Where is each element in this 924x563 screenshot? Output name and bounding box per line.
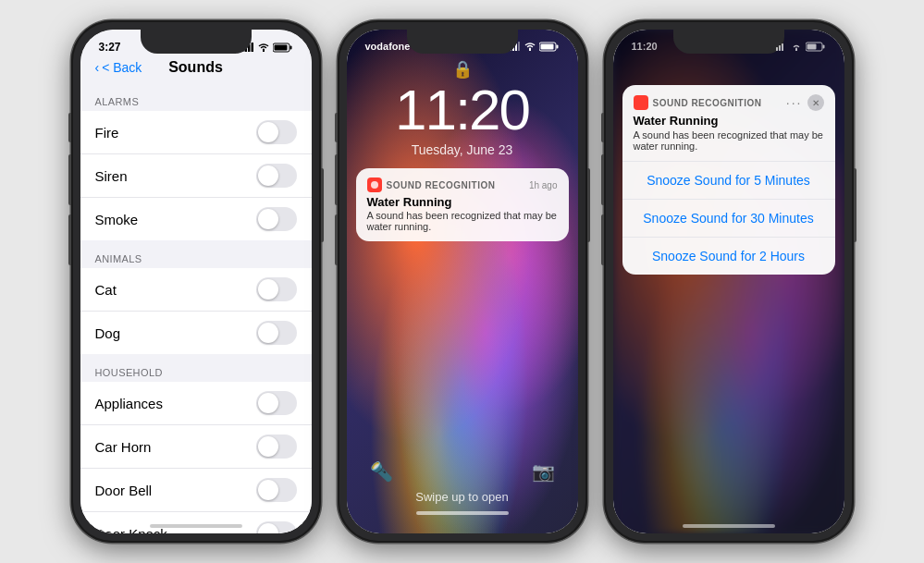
home-indicator-3 bbox=[683, 524, 775, 528]
notch-1 bbox=[141, 30, 252, 54]
notif-title-3: Water Running bbox=[634, 114, 824, 128]
swipe-text-2: Swipe up to open bbox=[347, 490, 578, 504]
toggle-doorknock[interactable] bbox=[256, 521, 297, 533]
lock-date-2: Tuesday, June 23 bbox=[347, 142, 578, 157]
notification-card-3: SOUND RECOGNITION ··· ✕ Water Running A … bbox=[622, 85, 835, 275]
battery-icon-1 bbox=[273, 43, 293, 53]
page-title-1: Sounds bbox=[168, 59, 223, 76]
lock-bottom-2: 🔦 📷 Swipe up to open bbox=[347, 460, 578, 515]
time-1: 3:27 bbox=[99, 41, 121, 54]
action-snooze-5min[interactable]: Snooze Sound for 5 Minutes bbox=[622, 161, 835, 199]
notif-title-2: Water Running bbox=[367, 195, 558, 209]
notif-time-2: 1h ago bbox=[529, 180, 558, 190]
toggle-dog[interactable] bbox=[256, 321, 297, 345]
camera-icon: 📷 bbox=[532, 460, 555, 483]
notif-app-name-2: SOUND RECOGNITION bbox=[387, 180, 524, 190]
notif-body-3: A sound has been recognized that may be … bbox=[634, 129, 824, 152]
battery-icon-3 bbox=[806, 42, 826, 52]
lock-time-2: 11:20 bbox=[347, 81, 578, 139]
animals-list: Cat Dog bbox=[80, 268, 312, 354]
phone-2: vodafone I bbox=[338, 20, 587, 543]
notif-header-3: SOUND RECOGNITION ··· ✕ bbox=[634, 94, 824, 111]
svg-rect-17 bbox=[782, 43, 783, 51]
list-item: Smoke bbox=[80, 198, 312, 240]
phones-container: 3:27 bbox=[53, 2, 872, 561]
svg-rect-5 bbox=[290, 45, 291, 49]
svg-rect-12 bbox=[556, 44, 558, 48]
section-header-household: HOUSEHOLD bbox=[80, 354, 312, 382]
toggle-smoke[interactable] bbox=[256, 207, 297, 231]
alarms-list: Fire Siren Smoke bbox=[80, 111, 312, 240]
svg-rect-10 bbox=[518, 42, 520, 51]
svg-rect-6 bbox=[274, 44, 287, 50]
close-button-3[interactable]: ✕ bbox=[807, 94, 824, 111]
wifi-icon-1 bbox=[258, 43, 269, 52]
phone1-screen: 3:27 bbox=[80, 30, 312, 533]
svg-rect-13 bbox=[540, 43, 553, 49]
svg-rect-20 bbox=[807, 43, 816, 49]
svg-rect-16 bbox=[779, 45, 781, 51]
list-item: Fire bbox=[80, 111, 312, 154]
list-item: Siren bbox=[80, 154, 312, 198]
notif-body-2: A sound has been recognized that may be … bbox=[367, 210, 558, 232]
toggle-cat[interactable] bbox=[256, 277, 297, 301]
home-indicator-1 bbox=[150, 524, 242, 528]
list-item: Appliances bbox=[80, 382, 312, 425]
battery-icon-2 bbox=[539, 42, 560, 52]
list-item: Door Knock bbox=[80, 512, 312, 533]
phone3-screen: 11:20 bbox=[613, 30, 844, 533]
back-button-1[interactable]: ‹ < Back bbox=[95, 60, 142, 75]
bottom-icons-row: 🔦 📷 bbox=[347, 460, 578, 483]
notif-app-icon-3 bbox=[634, 95, 648, 110]
status-icons-2 bbox=[510, 41, 560, 52]
toggle-fire[interactable] bbox=[256, 120, 297, 144]
status-bar-3: 11:20 bbox=[613, 30, 844, 55]
phone-3: 11:20 bbox=[604, 20, 854, 543]
list-item: Door Bell bbox=[80, 469, 312, 512]
action-snooze-30min[interactable]: Snooze Sound for 30 Minutes bbox=[622, 199, 835, 237]
list-item: Dog bbox=[80, 312, 312, 354]
notch-2 bbox=[407, 30, 518, 54]
section-header-animals: ANIMALS bbox=[80, 240, 312, 268]
ear-icon bbox=[370, 180, 379, 190]
flashlight-icon: 🔦 bbox=[370, 460, 393, 483]
notif-main-3: SOUND RECOGNITION ··· ✕ Water Running A … bbox=[622, 85, 835, 161]
action-snooze-2hours[interactable]: Snooze Sound for 2 Hours bbox=[622, 237, 835, 275]
status-icons-3 bbox=[776, 41, 826, 52]
toggle-carhorn[interactable] bbox=[256, 434, 297, 459]
notif-dots-3: ··· bbox=[786, 95, 803, 110]
list-item: Car Horn bbox=[80, 425, 312, 469]
settings-content: ALARMS Fire Siren Smoke bbox=[80, 83, 312, 533]
toggle-doorbell[interactable] bbox=[256, 478, 297, 502]
svg-rect-15 bbox=[776, 47, 778, 51]
svg-rect-3 bbox=[251, 43, 253, 52]
toggle-siren[interactable] bbox=[256, 164, 297, 188]
wifi-icon-3 bbox=[791, 42, 802, 51]
back-label: < Back bbox=[102, 60, 142, 75]
list-item: Cat bbox=[80, 268, 312, 312]
wifi-icon-2 bbox=[524, 42, 536, 51]
time-3: 11:20 bbox=[632, 41, 658, 52]
toggle-appliances[interactable] bbox=[256, 391, 297, 415]
home-indicator-2 bbox=[416, 511, 509, 515]
phone-1: 3:27 bbox=[71, 20, 321, 543]
section-header-alarms: ALARMS bbox=[80, 83, 312, 111]
svg-point-14 bbox=[371, 181, 378, 189]
notif-app-name-3: SOUND RECOGNITION bbox=[653, 98, 782, 108]
notif-app-icon-2 bbox=[367, 177, 382, 192]
chevron-left-icon: ‹ bbox=[95, 60, 100, 75]
signal-icon-3 bbox=[776, 42, 787, 51]
svg-rect-19 bbox=[822, 44, 824, 48]
phone2-screen: vodafone I bbox=[347, 30, 578, 533]
notification-card-2: SOUND RECOGNITION 1h ago Water Running A… bbox=[356, 168, 569, 241]
notif-header-2: SOUND RECOGNITION 1h ago bbox=[367, 177, 558, 192]
household-list: Appliances Car Horn Door Bell Door bbox=[80, 382, 312, 533]
nav-bar-1: ‹ < Back Sounds bbox=[80, 57, 312, 83]
lock-icon-2: 🔒 bbox=[347, 59, 578, 80]
